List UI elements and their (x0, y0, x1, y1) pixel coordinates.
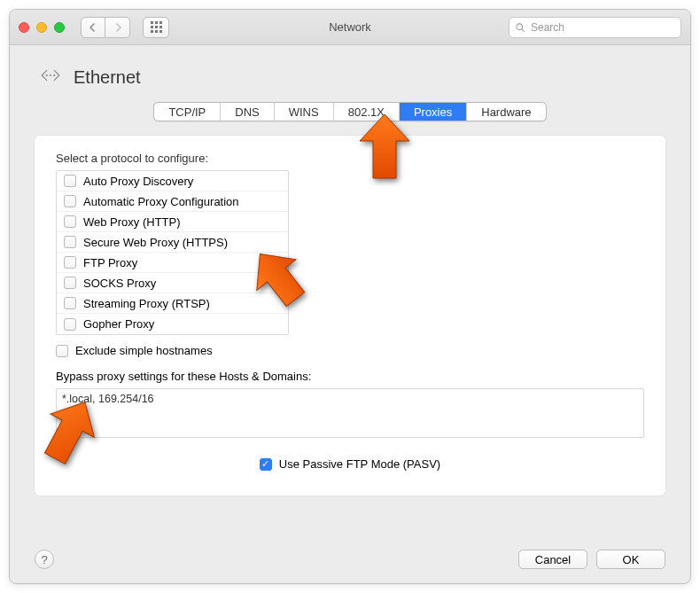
protocol-auto-config[interactable]: Automatic Proxy Configuration (57, 191, 288, 212)
select-protocol-label: Select a protocol to configure: (56, 152, 644, 165)
proxies-panel: Select a protocol to configure: Auto Pro… (35, 136, 665, 495)
show-all-button[interactable] (143, 17, 169, 38)
checkbox-icon[interactable] (64, 318, 76, 331)
window-controls (19, 22, 65, 33)
checkbox-icon[interactable] (64, 256, 76, 269)
pasv-row[interactable]: ✓ Use Passive FTP Mode (PASV) (56, 457, 644, 471)
forward-button[interactable] (105, 17, 130, 38)
nav-buttons (81, 17, 130, 38)
ethernet-icon (38, 65, 63, 90)
tab-tcpip[interactable]: TCP/IP (154, 103, 221, 121)
content-area: PC Ethernet TCP/IP DNS WINS 802.1X Proxi… (10, 45, 690, 583)
pasv-label: Use Passive FTP Mode (PASV) (279, 457, 440, 471)
network-preferences-window: Network Search PC Ethernet TCP/IP DNS WI… (9, 9, 691, 584)
grid-icon (151, 21, 162, 33)
exclude-hostnames-row[interactable]: Exclude simple hostnames (56, 344, 644, 357)
bypass-label: Bypass proxy settings for these Hosts & … (56, 370, 644, 383)
cancel-button[interactable]: Cancel (518, 550, 587, 569)
protocol-ftp[interactable]: FTP Proxy (57, 253, 288, 273)
svg-point-2 (50, 74, 51, 76)
svg-point-4 (53, 74, 55, 76)
header: Ethernet (38, 65, 665, 90)
tab-proxies[interactable]: Proxies (400, 103, 467, 121)
help-button[interactable]: ? (35, 550, 54, 569)
protocol-rtsp[interactable]: Streaming Proxy (RTSP) (57, 293, 288, 314)
checkbox-checked-icon[interactable]: ✓ (260, 458, 272, 471)
protocol-gopher[interactable]: Gopher Proxy (57, 314, 288, 334)
search-input[interactable]: Search (509, 17, 681, 38)
zoom-icon[interactable] (54, 22, 65, 33)
protocol-http[interactable]: Web Proxy (HTTP) (57, 212, 288, 232)
protocol-socks[interactable]: SOCKS Proxy (57, 273, 288, 293)
close-icon[interactable] (19, 22, 29, 33)
footer: ? Cancel OK (35, 539, 665, 569)
tab-hardware[interactable]: Hardware (467, 103, 545, 121)
bypass-textarea[interactable] (56, 388, 644, 438)
search-placeholder: Search (531, 21, 564, 34)
checkbox-icon[interactable] (64, 297, 76, 309)
checkbox-icon[interactable] (64, 277, 76, 289)
ok-button[interactable]: OK (596, 550, 665, 569)
titlebar: Network Search (10, 10, 690, 45)
checkbox-icon[interactable] (56, 345, 68, 357)
page-title: Ethernet (74, 67, 141, 88)
exclude-hostnames-label: Exclude simple hostnames (75, 344, 213, 357)
checkbox-icon[interactable] (64, 195, 76, 207)
checkbox-icon[interactable] (64, 236, 76, 248)
tab-dns[interactable]: DNS (221, 103, 274, 121)
tab-wins[interactable]: WINS (275, 103, 334, 121)
svg-point-3 (46, 74, 48, 76)
back-button[interactable] (81, 17, 105, 38)
checkbox-icon[interactable] (64, 175, 76, 187)
tab-8021x[interactable]: 802.1X (334, 103, 400, 121)
svg-line-1 (522, 28, 525, 31)
minimize-icon[interactable] (36, 22, 47, 33)
protocol-https[interactable]: Secure Web Proxy (HTTPS) (57, 232, 288, 253)
search-icon (515, 22, 525, 33)
tab-bar: TCP/IP DNS WINS 802.1X Proxies Hardware (153, 102, 546, 121)
protocol-list[interactable]: Auto Proxy Discovery Automatic Proxy Con… (56, 170, 289, 335)
checkbox-icon[interactable] (64, 215, 76, 228)
protocol-auto-discovery[interactable]: Auto Proxy Discovery (57, 171, 288, 191)
